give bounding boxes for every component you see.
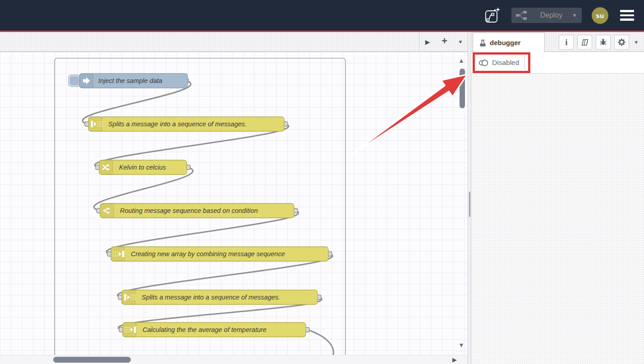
horizontal-scrollbar[interactable]: ▶ [0,355,468,364]
hamburger-icon [620,10,634,12]
gear-icon [618,38,626,46]
node-label: Splits a message into a sequence of mess… [108,120,247,128]
debug-disabled-toggle[interactable]: Disabled [478,56,519,69]
tab-scroll-right-button[interactable]: ▶ [425,38,430,46]
disabled-toggle-label: Disabled [492,59,519,67]
toolbar-separator [524,55,524,69]
flow-assistant-icon [483,6,501,24]
node-change[interactable]: Kelvin to celcius [96,160,190,175]
flow-list-button[interactable]: ▾ [459,38,462,45]
flow-assistant-button[interactable] [483,6,501,24]
settings-button[interactable] [614,35,629,50]
debug-messages-button[interactable] [596,35,611,50]
deploy-button[interactable]: Deploy ▼ [511,8,582,23]
deploy-options-chevron-icon[interactable]: ▼ [569,12,577,18]
workspace-tabbar: ▶ + ▾ [0,32,468,52]
node-label: Calculating the the average of temperatu… [143,326,267,333]
node-label: Routing message sequence based on condit… [120,207,258,214]
debug-message-panel [471,74,644,364]
header-bar: Deploy ▼ su [0,0,644,31]
info-button[interactable]: i [559,35,574,50]
sidebar-splitter[interactable] [468,32,471,364]
node-label: Kelvin to celcius [119,164,166,171]
node-join[interactable]: Calculating the the average of temperatu… [119,323,309,337]
book-icon [581,39,589,46]
node-inject[interactable]: Inject the sample data [69,74,189,88]
node-label: Splits a message into a sequence of mess… [142,294,280,301]
deploy-button-label: Deploy [534,11,569,19]
toggle-off-icon [478,59,488,67]
info-icon: i [565,37,567,47]
node-switch[interactable]: Routing message sequence based on condit… [97,203,298,218]
scroll-right-icon[interactable]: ▶ [452,356,457,363]
node-label: Inject the sample data [98,77,162,84]
bug-icon [599,38,607,46]
deploy-nodes-icon [516,11,527,20]
tab-debugger[interactable]: debugger [473,32,545,52]
horizontal-scrollbar-thumb[interactable] [53,357,131,363]
add-flow-button[interactable]: + [442,35,447,47]
sidebar-tab-label: debugger [490,39,520,46]
splitter-grip[interactable] [469,192,470,217]
node-split[interactable]: Splits a message into a sequence of mess… [118,290,321,304]
node-join[interactable]: Creating new array by combining message … [107,247,332,261]
red-underline-annotation [0,31,644,32]
main-menu-button[interactable] [618,8,636,23]
sidebar-tabbar: debugger i [471,32,644,52]
scroll-down-icon[interactable]: ▼ [458,341,465,349]
flask-icon [479,39,486,46]
node-label: Creating new array by combining message … [131,250,285,258]
vertical-scrollbar-thumb[interactable] [460,69,465,108]
scroll-up-icon[interactable]: ▲ [458,57,465,64]
flow-canvas[interactable]: Inject the sample data Splits a message … [0,52,468,364]
help-button[interactable] [577,35,592,50]
debug-toolbar: Disabled [471,52,644,74]
user-avatar[interactable]: su [592,7,608,24]
node-split[interactable]: Splits a message into a sequence of mess… [85,117,288,131]
sidebar: debugger i [471,32,644,364]
sidebar-menu-chevron-icon[interactable]: ▾ [635,39,638,46]
avatar-initials: su [596,12,604,19]
